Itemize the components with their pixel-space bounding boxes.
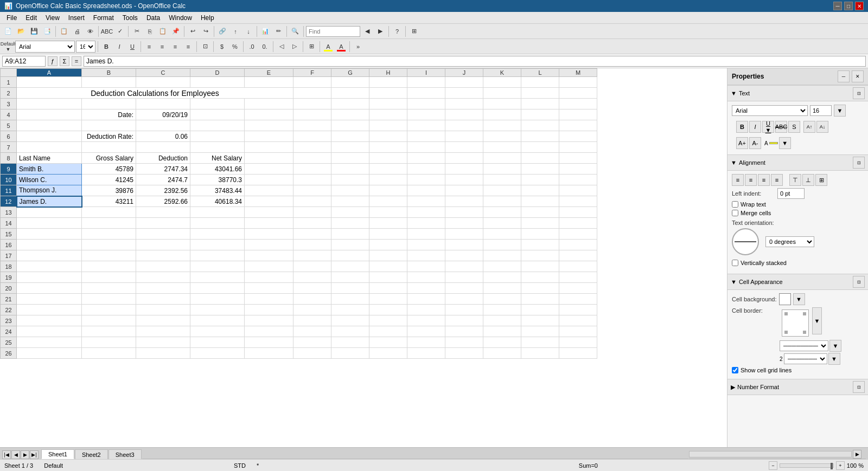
cell-L6[interactable] <box>521 131 559 142</box>
cell-E3[interactable] <box>245 99 293 109</box>
cell-D11[interactable]: 37483.44 <box>190 185 245 196</box>
border-corner-bl[interactable] <box>784 331 788 334</box>
cell-D6[interactable] <box>190 131 245 142</box>
cell-L10[interactable] <box>521 175 559 185</box>
border-color-dropdown[interactable]: ▼ <box>828 353 840 365</box>
align-right-button[interactable]: ≡ <box>169 41 181 53</box>
cell-L11[interactable] <box>521 185 559 196</box>
number-format-expand-button[interactable]: ⊡ <box>853 381 865 393</box>
cell-B6-rate-label[interactable]: Deduction Rate: <box>82 131 136 142</box>
cell-K12[interactable] <box>483 196 521 207</box>
cell-D12[interactable]: 40618.34 <box>190 196 245 207</box>
copy-button[interactable]: ⎘ <box>144 25 156 37</box>
italic-button[interactable]: I <box>113 41 125 53</box>
properties-minimize-button[interactable]: ─ <box>838 70 850 82</box>
cell-F2[interactable] <box>293 88 331 99</box>
subscript-button[interactable]: A↓ <box>816 121 828 133</box>
cell-J9[interactable] <box>445 164 483 175</box>
menu-insert[interactable]: Insert <box>64 13 89 23</box>
row-header-7[interactable]: 7 <box>1 142 17 153</box>
tab-sheet2[interactable]: Sheet2 <box>75 449 108 459</box>
cell-B9[interactable]: 45789 <box>82 164 136 175</box>
border-color-select[interactable]: ───────── <box>784 353 827 364</box>
cell-I11[interactable] <box>407 185 445 196</box>
cell-L3[interactable] <box>521 99 559 109</box>
tab-sheet3[interactable]: Sheet3 <box>108 449 142 459</box>
cut-button[interactable]: ✂ <box>131 25 143 37</box>
cell-H1[interactable] <box>369 77 407 88</box>
expand-toolbar-button[interactable]: » <box>352 41 364 53</box>
cell-C9[interactable]: 2747.34 <box>136 164 190 175</box>
print-button[interactable]: 🖨 <box>71 25 83 37</box>
cell-C8-header[interactable]: Deduction <box>136 153 190 164</box>
cell-F9[interactable] <box>293 164 331 175</box>
cell-C3[interactable] <box>136 99 190 109</box>
col-header-E[interactable]: E <box>245 69 293 77</box>
cell-I2[interactable] <box>407 88 445 99</box>
cell-I10[interactable] <box>407 175 445 185</box>
bg-color-swatch[interactable] <box>779 293 791 305</box>
font-size-select[interactable]: 16 <box>76 41 95 53</box>
cell-G9[interactable] <box>331 164 369 175</box>
cell-H12[interactable] <box>369 196 407 207</box>
row-header-8[interactable]: 8 <box>1 153 17 164</box>
cell-E12[interactable] <box>245 196 293 207</box>
cell-J5[interactable] <box>445 120 483 131</box>
cell-G8[interactable] <box>331 153 369 164</box>
cell-F5[interactable] <box>293 120 331 131</box>
minimize-button[interactable]: ─ <box>833 2 842 10</box>
style-dropdown-button[interactable]: Default ▼ <box>2 41 14 53</box>
cell-C12[interactable]: 2592.66 <box>136 196 190 207</box>
cell-G10[interactable] <box>331 175 369 185</box>
row-header-11[interactable]: 11 <box>1 185 17 196</box>
cell-G12[interactable] <box>331 196 369 207</box>
cell-G5[interactable] <box>331 120 369 131</box>
strikethrough-property-button[interactable]: ABC <box>775 121 787 133</box>
merge-button[interactable]: ⊡ <box>199 41 211 53</box>
cell-E6[interactable] <box>245 131 293 142</box>
cell-B5[interactable] <box>82 120 136 131</box>
align-center-prop-button[interactable]: ≡ <box>745 174 757 186</box>
new-button[interactable]: 📄 <box>2 25 14 37</box>
undo-button[interactable]: ↩ <box>187 25 199 37</box>
save-button[interactable]: 💾 <box>28 25 40 37</box>
cell-C4-date-value[interactable]: 09/20/19 <box>136 109 190 120</box>
row-header-3[interactable]: 3 <box>1 99 17 109</box>
properties-toggle-button[interactable]: ⊞ <box>408 25 420 37</box>
cell-D4[interactable] <box>190 109 245 120</box>
font-name-select[interactable]: Arial <box>15 41 75 53</box>
italic-property-button[interactable]: I <box>749 121 761 133</box>
cell-J2[interactable] <box>445 88 483 99</box>
cell-H3[interactable] <box>369 99 407 109</box>
cell-A10[interactable]: Wilson C. <box>17 175 82 185</box>
border-corner-br[interactable] <box>803 331 806 334</box>
row-header-6[interactable]: 6 <box>1 131 17 142</box>
left-indent-input[interactable] <box>777 188 805 199</box>
cell-D7[interactable] <box>190 142 245 153</box>
cell-K5[interactable] <box>483 120 521 131</box>
auto-spellcheck-button[interactable]: ✓ <box>114 25 126 37</box>
cell-B4-date-label[interactable]: Date: <box>82 109 136 120</box>
cell-L1[interactable] <box>521 77 559 88</box>
dec-dec-button[interactable]: .0 <box>246 41 258 53</box>
cell-M8[interactable] <box>559 153 597 164</box>
cell-E1[interactable] <box>245 77 293 88</box>
bold-property-button[interactable]: B <box>736 121 748 133</box>
wrap-text-checkbox[interactable] <box>732 201 738 208</box>
cell-J1[interactable] <box>445 77 483 88</box>
cell-B12[interactable]: 43211 <box>82 196 136 207</box>
font-name-property-select[interactable]: Arial <box>732 105 808 116</box>
cell-H10[interactable] <box>369 175 407 185</box>
number-format-section-header[interactable]: ▶ Number Format ⊡ <box>727 379 868 395</box>
cell-appearance-expand-button[interactable]: ⊡ <box>853 276 865 288</box>
cell-M4[interactable] <box>559 109 597 120</box>
row-header-15[interactable]: 15 <box>1 229 17 240</box>
cell-E10[interactable] <box>245 175 293 185</box>
merge-cells-checkbox[interactable] <box>732 210 738 216</box>
cell-F6[interactable] <box>293 131 331 142</box>
cell-M2[interactable] <box>559 88 597 99</box>
cell-F11[interactable] <box>293 185 331 196</box>
save-as-button[interactable]: 📑 <box>41 25 53 37</box>
align-center-button[interactable]: ≡ <box>156 41 168 53</box>
cell-G7[interactable] <box>331 142 369 153</box>
